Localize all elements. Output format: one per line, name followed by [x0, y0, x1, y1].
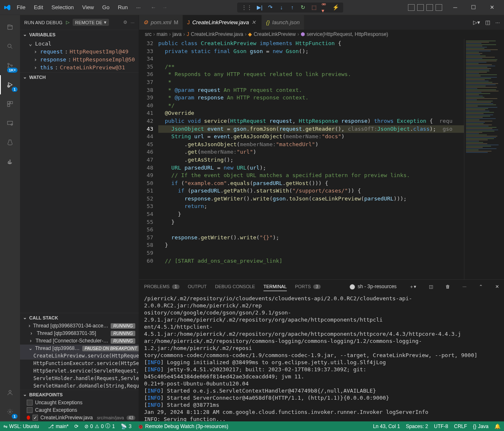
breakpoints-header[interactable]: ⌄ BREAKPOINTS [20, 390, 139, 399]
kill-terminal-icon[interactable]: 🗑 [446, 284, 450, 289]
toggle-panel-icon[interactable] [408, 4, 415, 11]
checkbox-icon[interactable] [27, 407, 33, 413]
activity-remote[interactable] [0, 114, 20, 133]
checkbox-icon[interactable] [27, 400, 33, 406]
minimize-icon[interactable]: ─ [446, 1, 464, 14]
nav-back-icon[interactable]: ← [151, 4, 156, 10]
start-debug-icon[interactable]: ▷ [66, 20, 69, 25]
variables-header[interactable]: ⌄ VARIABLES [20, 30, 139, 39]
menu-more[interactable]: ··· [133, 3, 144, 12]
activity-explorer[interactable] [0, 18, 20, 37]
stack-frame[interactable]: ServletHolder.handle(Request,Servlet [20, 375, 139, 382]
gear-icon[interactable]: ⚙ [123, 20, 127, 25]
restart-icon[interactable]: ↻ [300, 4, 306, 11]
error-count[interactable]: ⊘0 ⚠0 ⓘ1 [84, 423, 115, 430]
activity-search[interactable] [0, 37, 20, 56]
close-panel-icon[interactable]: ✕ [495, 284, 499, 289]
activity-accounts[interactable] [0, 383, 20, 402]
stack-frame[interactable]: HttpServlet.service(ServletRequest,S [20, 367, 139, 375]
activity-extensions[interactable] [0, 94, 20, 114]
tab-launch[interactable]: {} launch.json [262, 15, 304, 30]
terminal-output[interactable]: /pierrick/.m2/repository/io/cloudevents/… [139, 293, 504, 421]
chevron-up-icon[interactable]: ⌃ [479, 284, 483, 289]
customize-layout-icon[interactable] [436, 4, 442, 11]
step-out-icon[interactable]: ↑ [289, 4, 296, 11]
checkbox-icon[interactable] [33, 415, 38, 421]
callstack-header[interactable]: ⌄ CALL STACK [20, 313, 139, 322]
language-mode[interactable]: {} Java [473, 423, 489, 429]
var-request[interactable]: ›request: HttpRequestImpl@49 [20, 48, 139, 56]
stack-frame[interactable]: ServletHandler.doHandle(String,Reque [20, 382, 139, 390]
activity-settings[interactable]: 1 [0, 402, 20, 421]
thread-row[interactable]: ›Thread [qtp399683701-35]RUNNING [20, 330, 139, 337]
menu-edit[interactable]: Edit [30, 3, 46, 12]
panel-tab-ports[interactable]: PORTS3 [295, 282, 321, 291]
panel-tab-problems[interactable]: PROBLEMS1 [144, 282, 180, 291]
menu-selection[interactable]: Selection [48, 3, 77, 12]
thread-row[interactable]: ›Thread [qtp399683701-34-acce…RUNNING [20, 322, 139, 330]
tab-pom[interactable]: ⚙ pom.xml M [139, 15, 183, 30]
more-icon[interactable]: ··· [131, 20, 134, 25]
breadcrumb-item[interactable]: ⬢ service(HttpRequest, HttpResponse) [301, 31, 388, 37]
bp-caught[interactable]: Caught Exceptions [20, 406, 139, 414]
drag-handle-icon[interactable]: ⋮⋮ [241, 4, 252, 10]
split-terminal-icon[interactable]: ◫ [429, 284, 433, 289]
panel-tab-terminal[interactable]: TERMINAL [263, 282, 287, 291]
breadcrumb-item[interactable]: main [157, 31, 167, 37]
var-this[interactable]: ›this: CreateLinkPreview@31 [20, 63, 139, 71]
panel-tab-debugconsole[interactable]: DEBUG CONSOLE [215, 282, 255, 291]
panel-tab-output[interactable]: OUTPUT [188, 282, 207, 291]
remote-indicator[interactable]: ⇋ WSL: Ubuntu [0, 421, 42, 431]
close-tab-icon[interactable]: ✕ [251, 19, 257, 25]
nav-forward-icon[interactable]: → [162, 4, 167, 10]
menu-file[interactable]: File [13, 3, 29, 12]
breadcrumb-item[interactable]: src [145, 31, 152, 37]
disconnect-icon[interactable]: ⚮ ▾ [322, 4, 328, 11]
scope-local[interactable]: ⌄ Local [20, 40, 139, 48]
debug-status[interactable]: 🐞Remote Debug Watch (3p-resources) [137, 423, 228, 429]
maximize-icon[interactable]: ☐ [465, 1, 482, 14]
ports-count[interactable]: 📡3 [121, 423, 132, 429]
breadcrumb-item[interactable]: ◆ CreateLinkPreview [248, 31, 296, 37]
code-content[interactable]: public class CreateLinkPreview implement… [158, 39, 464, 279]
bolt-icon[interactable]: ⚡ [332, 4, 339, 11]
activity-testing[interactable] [0, 133, 20, 152]
stack-frame[interactable]: CreateLinkPreview.service(HttpReques [20, 352, 139, 360]
more-terminal-icon[interactable]: ··· [463, 284, 466, 289]
toggle-secondary-icon[interactable] [426, 4, 433, 11]
indent[interactable]: Spaces: 2 [406, 423, 428, 429]
cursor-position[interactable]: Ln 43, Col 1 [373, 423, 400, 429]
split-editor-icon[interactable]: ◫ [485, 19, 490, 25]
breadcrumb-item[interactable]: J CreateLinkPreview.java [187, 31, 243, 37]
menu-run[interactable]: Run [114, 3, 131, 12]
line-gutter[interactable]: 3233343536373839404142434445464748495051… [139, 39, 158, 279]
run-file-icon[interactable]: ▷▾ [473, 19, 480, 25]
eol[interactable]: CRLF [454, 423, 467, 429]
stop-icon[interactable]: ⬚ [311, 4, 317, 11]
editor-body[interactable]: 3233343536373839404142434445464748495051… [139, 39, 504, 279]
debug-config-select[interactable]: Remote De ▾ [73, 19, 109, 26]
new-terminal-icon[interactable]: ＋▾ [409, 284, 416, 290]
more-actions-icon[interactable]: ··· [495, 19, 500, 25]
bp-file[interactable]: CreateLinkPreview.java src/main/java 43 [20, 414, 139, 421]
close-icon[interactable]: ✕ [483, 1, 501, 14]
toggle-sidebar-icon[interactable] [417, 4, 424, 11]
watch-header[interactable]: ⌄ WATCH [20, 72, 139, 81]
var-response[interactable]: ›response: HttpResponseImpl@50 [20, 56, 139, 63]
bp-uncaught[interactable]: Uncaught Exceptions [20, 399, 139, 406]
step-into-icon[interactable]: ↓ [278, 4, 285, 11]
stack-frame[interactable]: HttpFunctionExecutor.service(HttpSer [20, 360, 139, 367]
continue-icon[interactable]: ▶| [256, 4, 263, 11]
git-branch[interactable]: ⎇main* [48, 423, 68, 429]
activity-docker[interactable] [0, 152, 20, 171]
tab-createlink[interactable]: J CreateLinkPreview.java ✕ [183, 15, 262, 30]
sync-status[interactable]: ⟳ [74, 423, 79, 429]
activity-debug[interactable]: 1 [0, 75, 20, 94]
activity-scm[interactable]: 1K+ [0, 56, 20, 75]
thread-row[interactable]: ›Thread [Connector-Scheduler-…RUNNING [20, 337, 139, 345]
step-over-icon[interactable]: ↷ [267, 4, 274, 11]
terminal-selector[interactable]: ⬤ sh - 3p-resources [350, 284, 396, 289]
thread-row[interactable]: ⌄Thread [qtp39968…PAUSED ON BREAKPOINT [20, 345, 139, 352]
encoding[interactable]: UTF-8 [434, 423, 448, 429]
breadcrumbs[interactable]: src› main› java› J CreateLinkPreview.jav… [139, 30, 504, 39]
